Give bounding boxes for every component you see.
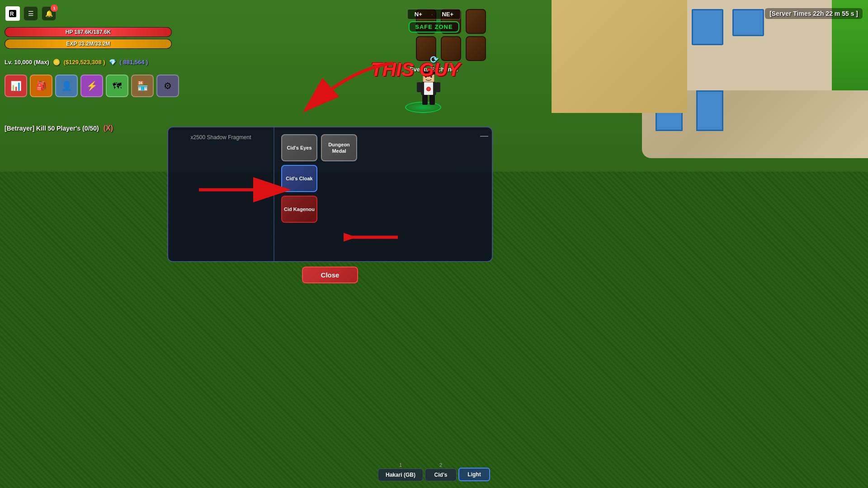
shop-dialog: x2500 Shadow Fragment — Cid's Eyes Dunge… [167,127,493,283]
notification-badge: 1 [51,5,58,12]
tab-hakari-button[interactable]: Hakari (GB) [378,469,423,481]
safe-zone-badge: SAFE ZONE [409,21,459,33]
player-level: Lv. 10,000 (Max) [5,59,49,66]
stats-button[interactable]: 📊 [5,75,27,97]
stat-bars: HP 187.6K/187.6K EXP 33.2M/33.2M [5,27,172,51]
cids-cloak-button[interactable]: Cid's Cloak [281,165,317,192]
this-guy-annotation: THIS GUY [371,59,460,80]
compass-ne: NE+ [442,11,453,18]
exp-label: EXP 33.2M/33.2M [66,41,110,47]
shop-button[interactable]: 🏪 [131,75,154,97]
cids-eyes-button[interactable]: Cid's Eyes [281,134,317,161]
svg-text:R: R [10,11,14,17]
page-tabs: 1 Hakari (GB) 2 Cid's Light [378,462,490,481]
barrel-6 [466,36,486,61]
map-button[interactable]: 🗺 [106,75,128,97]
server-time: [Server Times 22h 22 m 55 s ] [765,8,863,19]
close-panel-button[interactable]: — [480,131,488,141]
skills-button[interactable]: ⚡ [80,75,103,97]
menu-icon: ☰ [28,10,34,17]
left-panel: x2500 Shadow Fragment [168,127,274,261]
hp-label: HP 187.6K/187.6K [66,29,111,35]
svg-rect-10 [436,82,440,92]
shop-row-1: Cid's Eyes Dungeon Medal [281,134,357,161]
page-tab-1: 1 Hakari (GB) [378,462,423,481]
tab-1-num: 1 [399,462,402,468]
dialog-panel: x2500 Shadow Fragment — Cid's Eyes Dunge… [167,127,493,262]
compass-n: N+ [415,11,422,18]
menu-icon-btn[interactable]: ☰ [24,6,38,21]
svg-point-6 [427,88,430,90]
settings-button[interactable]: ⚙ [156,75,179,97]
toolbar: 📊 🎒 👤 ⚡ 🗺 🏪 ⚙ [5,75,179,97]
cid-kagenou-button[interactable]: Cid Kagenou [281,196,317,223]
top-left-icons: R ☰ 🔔 1 [5,6,56,21]
shop-row-3: Cid Kagenou [281,196,317,223]
bell-icon: 🔔 [45,10,53,17]
page-tab-2: 2 Cid's [425,462,457,481]
right-panel: — Cid's Eyes Dungeon Medal Cid's Cloak C… [274,127,492,261]
compass-dot: · [431,11,433,18]
close-dialog-button[interactable]: Close [302,267,359,283]
notification-icon-btn[interactable]: 🔔 1 [42,6,56,21]
minimap-area: N+ · NE+ SAFE ZONE [407,9,461,33]
item-cost-label: x2500 Shadow Fragment [190,134,251,141]
player-info: Lv. 10,000 (Max) 🪙 ($129,523,308 ) 💎 ( 8… [5,59,148,66]
quest-label: [Betrayer] Kill 50 Player's (0/50) [5,125,99,132]
gold-icon: 🪙 [53,59,60,66]
svg-rect-7 [422,95,428,105]
roblox-logo[interactable]: R [5,6,20,21]
compass-bar: N+ · NE+ [407,9,461,19]
tab-light-button[interactable]: Light [458,468,490,481]
tab-cids-button[interactable]: Cid's [425,469,457,481]
character-button[interactable]: 👤 [55,75,78,97]
hp-bar-container: HP 187.6K/187.6K [5,27,172,37]
quest-close-button[interactable]: (X) [104,124,113,132]
door-2 [696,90,723,131]
exp-bar-container: EXP 33.2M/33.2M [5,39,172,49]
dungeon-medal-button[interactable]: Dungeon Medal [321,134,357,161]
shop-items-grid: Cid's Eyes Dungeon Medal Cid's Cloak Cid… [281,134,485,223]
quest-text: [Betrayer] Kill 50 Player's (0/50) (X) [5,124,113,132]
shop-row-2: Cid's Cloak [281,165,317,192]
tab-2-num: 2 [439,462,442,468]
player-gems: ( 881,564 ) [120,59,148,66]
page-tab-3: Light [458,467,490,481]
gem-icon: 💎 [109,59,116,66]
player-gold: ($129,523,308 ) [64,59,105,66]
svg-rect-9 [417,82,421,92]
svg-rect-8 [429,95,435,105]
bag-button[interactable]: 🎒 [30,75,52,97]
